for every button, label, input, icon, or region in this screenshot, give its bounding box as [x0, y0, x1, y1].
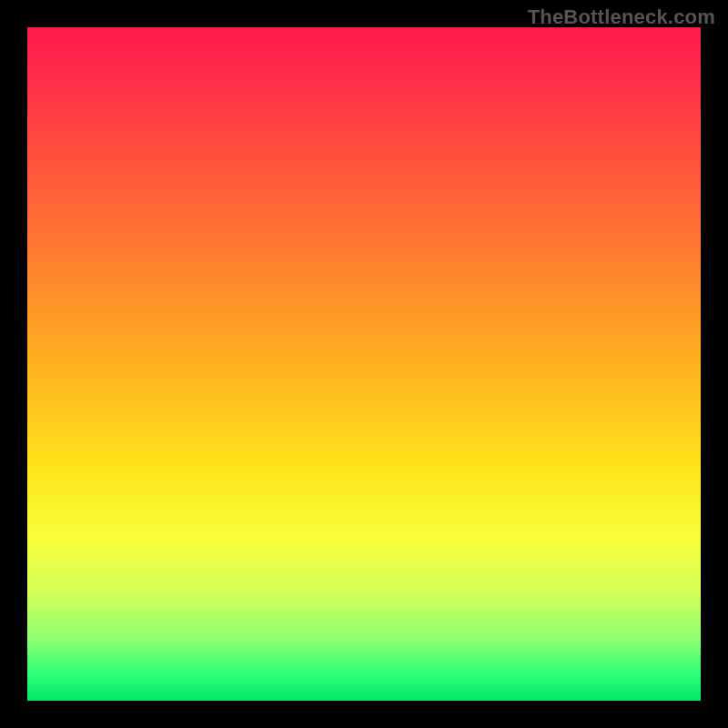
watermark-text: TheBottleneck.com: [528, 5, 715, 29]
gradient-background: [27, 27, 701, 701]
chart-frame: TheBottleneck.com: [0, 0, 728, 728]
plot-area: [27, 27, 701, 701]
